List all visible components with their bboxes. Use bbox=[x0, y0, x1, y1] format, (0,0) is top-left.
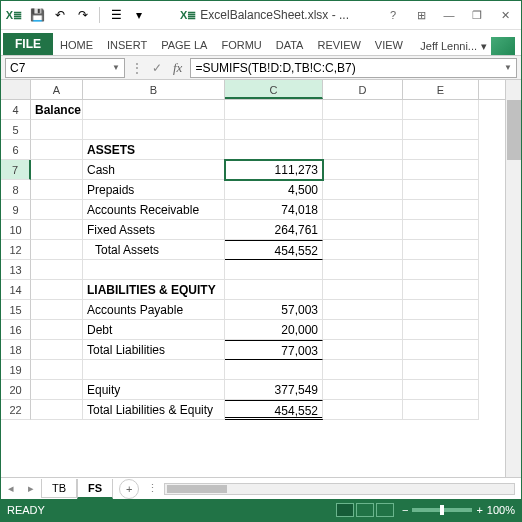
redo-icon[interactable]: ↷ bbox=[74, 6, 92, 24]
add-sheet-button[interactable]: + bbox=[119, 479, 139, 499]
cell-B10[interactable]: Fixed Assets bbox=[83, 220, 225, 240]
ribbon-options-button[interactable]: ⊞ bbox=[409, 6, 433, 24]
cell-D13[interactable] bbox=[323, 260, 403, 280]
view-page-layout[interactable] bbox=[356, 503, 374, 517]
cell-A9[interactable] bbox=[31, 200, 83, 220]
cell-B19[interactable] bbox=[83, 360, 225, 380]
cell-A20[interactable] bbox=[31, 380, 83, 400]
cell-B5[interactable] bbox=[83, 120, 225, 140]
cell-C10[interactable]: 264,761 bbox=[225, 220, 323, 240]
name-box[interactable]: C7 ▼ bbox=[5, 58, 125, 78]
cell-C12[interactable]: 454,552 bbox=[225, 240, 323, 260]
zoom-slider[interactable] bbox=[412, 508, 472, 512]
cell-C5[interactable] bbox=[225, 120, 323, 140]
row-header[interactable]: 13 bbox=[1, 260, 31, 280]
col-header-A[interactable]: A bbox=[31, 80, 83, 99]
formula-input[interactable]: =SUMIFS(TB!D:D,TB!C:C,B7) ▼ bbox=[190, 58, 517, 78]
cancel-icon[interactable]: ⋮ bbox=[129, 61, 145, 75]
touch-mode-icon[interactable]: ☰ bbox=[107, 6, 125, 24]
file-tab[interactable]: FILE bbox=[3, 33, 53, 55]
row-header[interactable]: 4 bbox=[1, 100, 31, 120]
cell-E20[interactable] bbox=[403, 380, 479, 400]
cell-C6[interactable] bbox=[225, 140, 323, 160]
save-icon[interactable]: 💾 bbox=[28, 6, 46, 24]
cell-C14[interactable] bbox=[225, 280, 323, 300]
view-normal[interactable] bbox=[336, 503, 354, 517]
cell-C22[interactable]: 454,552 bbox=[225, 400, 323, 420]
cell-D20[interactable] bbox=[323, 380, 403, 400]
undo-icon[interactable]: ↶ bbox=[51, 6, 69, 24]
cell-B16[interactable]: Debt bbox=[83, 320, 225, 340]
cell-C15[interactable]: 57,003 bbox=[225, 300, 323, 320]
restore-button[interactable]: ❐ bbox=[465, 6, 489, 24]
fx-icon[interactable]: fx bbox=[169, 60, 186, 76]
cell-E18[interactable] bbox=[403, 340, 479, 360]
cell-D22[interactable] bbox=[323, 400, 403, 420]
cell-D19[interactable] bbox=[323, 360, 403, 380]
cell-D7[interactable] bbox=[323, 160, 403, 180]
cell-D12[interactable] bbox=[323, 240, 403, 260]
row-header[interactable]: 7 bbox=[1, 160, 31, 180]
cell-B7[interactable]: Cash bbox=[83, 160, 225, 180]
cell-D18[interactable] bbox=[323, 340, 403, 360]
cell-C4[interactable] bbox=[225, 100, 323, 120]
cell-E15[interactable] bbox=[403, 300, 479, 320]
cell-A7[interactable] bbox=[31, 160, 83, 180]
cell-B22[interactable]: Total Liabilities & Equity bbox=[83, 400, 225, 420]
cell-A5[interactable] bbox=[31, 120, 83, 140]
cell-A16[interactable] bbox=[31, 320, 83, 340]
col-header-E[interactable]: E bbox=[403, 80, 479, 99]
col-header-B[interactable]: B bbox=[83, 80, 225, 99]
customize-icon[interactable]: ▾ bbox=[130, 6, 148, 24]
zoom-out-button[interactable]: − bbox=[402, 504, 408, 516]
sheet-tab-TB[interactable]: TB bbox=[41, 479, 77, 498]
cell-B14[interactable]: LIABILITIES & EQUITY bbox=[83, 280, 225, 300]
close-button[interactable]: ✕ bbox=[493, 6, 517, 24]
cell-E22[interactable] bbox=[403, 400, 479, 420]
cell-D16[interactable] bbox=[323, 320, 403, 340]
cell-E12[interactable] bbox=[403, 240, 479, 260]
sheet-nav-next[interactable]: ▸ bbox=[21, 482, 41, 495]
cell-D14[interactable] bbox=[323, 280, 403, 300]
zoom-in-button[interactable]: + bbox=[476, 504, 482, 516]
cell-E4[interactable] bbox=[403, 100, 479, 120]
row-header[interactable]: 20 bbox=[1, 380, 31, 400]
cell-A22[interactable] bbox=[31, 400, 83, 420]
cell-C9[interactable]: 74,018 bbox=[225, 200, 323, 220]
row-header[interactable]: 14 bbox=[1, 280, 31, 300]
cell-D8[interactable] bbox=[323, 180, 403, 200]
cell-A18[interactable] bbox=[31, 340, 83, 360]
cell-B15[interactable]: Accounts Payable bbox=[83, 300, 225, 320]
row-header[interactable]: 8 bbox=[1, 180, 31, 200]
cell-A12[interactable] bbox=[31, 240, 83, 260]
cell-B12[interactable]: Total Assets bbox=[83, 240, 225, 260]
row-header[interactable]: 15 bbox=[1, 300, 31, 320]
cell-A14[interactable] bbox=[31, 280, 83, 300]
row-header[interactable]: 9 bbox=[1, 200, 31, 220]
horizontal-scrollbar[interactable] bbox=[164, 483, 515, 495]
tab-view[interactable]: VIEW bbox=[368, 35, 410, 55]
cell-B13[interactable] bbox=[83, 260, 225, 280]
cell-E19[interactable] bbox=[403, 360, 479, 380]
cell-E7[interactable] bbox=[403, 160, 479, 180]
cell-C19[interactable] bbox=[225, 360, 323, 380]
cell-E8[interactable] bbox=[403, 180, 479, 200]
vertical-scrollbar[interactable] bbox=[505, 80, 521, 477]
cell-C7[interactable]: 111,273 bbox=[225, 160, 323, 180]
cell-C13[interactable] bbox=[225, 260, 323, 280]
cell-A13[interactable] bbox=[31, 260, 83, 280]
cell-E5[interactable] bbox=[403, 120, 479, 140]
cell-B20[interactable]: Equity bbox=[83, 380, 225, 400]
row-header[interactable]: 16 bbox=[1, 320, 31, 340]
spreadsheet-grid[interactable]: A B C D E 4Balance Sheet56ASSETS7Cash111… bbox=[1, 80, 521, 477]
cell-A8[interactable] bbox=[31, 180, 83, 200]
cell-E13[interactable] bbox=[403, 260, 479, 280]
row-header[interactable]: 19 bbox=[1, 360, 31, 380]
cell-C8[interactable]: 4,500 bbox=[225, 180, 323, 200]
row-header[interactable]: 18 bbox=[1, 340, 31, 360]
cell-A6[interactable] bbox=[31, 140, 83, 160]
user-account[interactable]: Jeff Lenni... ▾ bbox=[420, 37, 519, 55]
row-header[interactable]: 6 bbox=[1, 140, 31, 160]
cell-A19[interactable] bbox=[31, 360, 83, 380]
cell-D5[interactable] bbox=[323, 120, 403, 140]
